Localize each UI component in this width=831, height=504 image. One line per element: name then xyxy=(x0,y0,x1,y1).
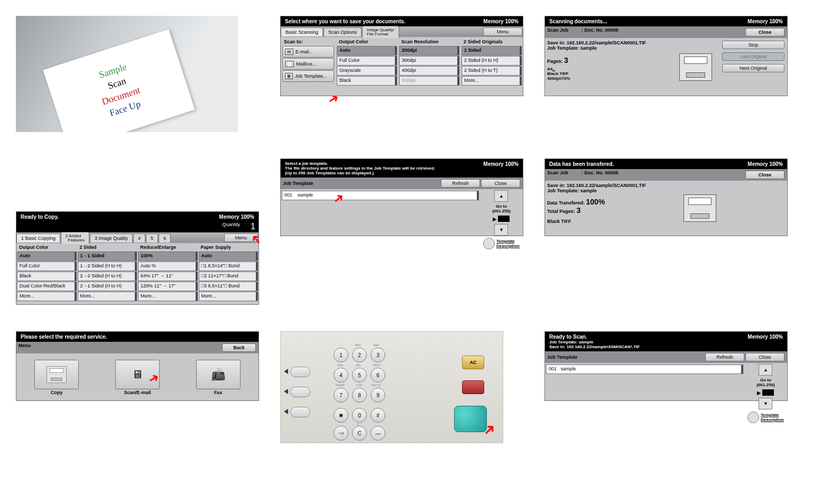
tab-basic-scanning[interactable]: Basic Scanning xyxy=(281,27,323,36)
output-color-auto[interactable]: Auto xyxy=(337,46,397,55)
keypad-6[interactable]: 6 xyxy=(371,368,385,382)
zoom-64[interactable]: 64% 17" → 11" xyxy=(138,272,198,281)
next-original-button[interactable]: Next Original xyxy=(722,64,784,72)
ac-button[interactable]: AC xyxy=(462,356,484,369)
sided-more[interactable]: More... xyxy=(78,292,137,301)
tab-5[interactable]: 5 xyxy=(146,234,158,242)
paper-2[interactable]: □2 11×17"□ Bond xyxy=(199,272,258,281)
keypad-4[interactable]: 4 xyxy=(334,368,348,382)
close-button[interactable]: Close xyxy=(745,353,784,361)
sided-2hh[interactable]: 2 Sided (H to H) xyxy=(461,56,522,66)
keypad-3[interactable]: 3 xyxy=(371,348,385,362)
template-desc-button[interactable] xyxy=(483,238,495,249)
tab-basic-copying[interactable]: 1 Basic Copying xyxy=(16,234,60,242)
left-button-2[interactable] xyxy=(290,387,310,397)
close-button[interactable]: Close xyxy=(745,28,784,36)
sided-2ht[interactable]: 2 Sided (H to T) xyxy=(461,66,522,76)
scroll-down-button[interactable]: ▼ xyxy=(494,224,508,236)
goto-range: (001-250) xyxy=(756,382,775,387)
fax-service-button[interactable]: 📠 xyxy=(196,360,241,389)
back-button[interactable]: Back xyxy=(222,343,256,352)
mailbox-icon: 📄 xyxy=(285,61,294,67)
fax-icon: 📠 xyxy=(211,368,225,381)
keypad-c[interactable]: C xyxy=(352,426,367,441)
keypad-pause[interactable]: 〰// xyxy=(334,426,348,441)
tab-6[interactable]: 6 xyxy=(159,234,171,242)
keypad-5[interactable]: 5 xyxy=(352,368,367,382)
tab-scan-options[interactable]: Scan Options xyxy=(324,27,362,36)
memory-status: Memory 100% xyxy=(483,18,519,24)
copy-service-button[interactable] xyxy=(34,360,79,389)
output-color-full[interactable]: Full Color xyxy=(337,56,397,66)
keypad-1[interactable]: 1 xyxy=(334,348,348,362)
scan-meta: A4␣ Black TIFF 400dpi/70% xyxy=(547,67,670,81)
zoom-129[interactable]: 129% 11" → 17" xyxy=(138,282,198,291)
scroll-up-button[interactable]: ▲ xyxy=(759,364,772,376)
color-dual[interactable]: Dual Color-Red/Black xyxy=(17,282,77,291)
job-template-label: Job Template: sample xyxy=(547,45,670,51)
sided-12[interactable]: 1→2 Sided (H to H) xyxy=(78,262,137,271)
tab-image-quality[interactable]: 3 Image Quality xyxy=(90,234,133,242)
keypad-8[interactable]: 8 xyxy=(352,388,367,403)
zoom-100[interactable]: 100% xyxy=(138,251,198,261)
quantity-value: 1 xyxy=(251,222,255,231)
sided-21[interactable]: 2→1 Sided (H to H) xyxy=(78,282,137,291)
goto-label: Go to xyxy=(756,378,775,382)
close-button[interactable]: Close xyxy=(745,171,784,179)
res-300[interactable]: 300dpi xyxy=(399,56,459,66)
keypad-7[interactable]: 7 xyxy=(334,388,348,403)
data-value: 100% xyxy=(586,198,605,206)
paper-1[interactable]: □1 8.5×14"□ Bond xyxy=(199,262,258,271)
keypad-hash[interactable]: # xyxy=(371,408,385,423)
menu-button[interactable]: Menu xyxy=(483,27,522,36)
job-template-button[interactable]: 🖥 Job Template... xyxy=(282,70,334,82)
mailbox-button[interactable]: 📄 Mailbox... xyxy=(282,58,334,70)
email-button[interactable]: ✉ E-mail... xyxy=(282,46,334,58)
output-color-black[interactable]: Black xyxy=(337,76,397,86)
template-row-001[interactable]: 001 sample xyxy=(282,191,479,200)
sided-1[interactable]: 1 Sided xyxy=(461,46,522,55)
scanner-photo: Sample Scan Document Face Up xyxy=(16,16,238,132)
zoom-more[interactable]: More... xyxy=(138,292,198,301)
scroll-up-button[interactable]: ▲ xyxy=(494,190,508,202)
sided-more[interactable]: More... xyxy=(461,76,522,86)
res-200[interactable]: 200dpi xyxy=(399,46,459,55)
color-more[interactable]: More... xyxy=(17,292,77,301)
stop-button[interactable]: Stop xyxy=(722,41,784,49)
keypad-2[interactable]: 2 xyxy=(352,348,367,362)
left-button-1[interactable] xyxy=(290,367,310,377)
scan-to-label: Scan to: xyxy=(282,38,335,45)
scan-res-header: Scan Resolution xyxy=(399,38,459,45)
color-auto[interactable]: Auto xyxy=(17,251,77,261)
paper-more[interactable]: More... xyxy=(199,292,258,301)
template-desc-button[interactable] xyxy=(747,412,759,423)
left-button-3[interactable] xyxy=(290,407,310,417)
paper-3[interactable]: □3 8.5×11"□ Bond xyxy=(199,282,258,291)
template-row-001[interactable]: 001 sample xyxy=(546,365,743,374)
keypad-9[interactable]: 9 xyxy=(371,388,385,403)
keypad-dash[interactable]: — xyxy=(371,426,385,441)
color-full[interactable]: Full Color xyxy=(17,262,77,271)
copy-label: Copy xyxy=(34,390,79,395)
tab-image-quality[interactable]: Image Quality/ File Format xyxy=(362,26,399,38)
zoom-auto[interactable]: Auto % xyxy=(138,262,198,271)
sided-11[interactable]: 1→1 Sided xyxy=(78,251,137,261)
res-600[interactable]: 600dpi xyxy=(399,76,459,86)
printer-icon xyxy=(684,194,716,222)
output-color-gray[interactable]: Grayscale xyxy=(337,66,397,76)
close-button[interactable]: Close xyxy=(481,179,520,188)
select-template-title: Select a job template. The file director… xyxy=(285,161,435,175)
tab-added-features[interactable]: 2 Added Features xyxy=(61,232,89,244)
sided-22[interactable]: 2→2 Sided (H to H) xyxy=(78,272,137,281)
res-400[interactable]: 400dpi xyxy=(399,66,459,76)
refresh-button[interactable]: Refresh xyxy=(441,179,480,188)
stop-hard-button[interactable] xyxy=(462,380,484,394)
refresh-button[interactable]: Refresh xyxy=(705,353,744,361)
last-original-button[interactable]: Last Original xyxy=(722,52,784,61)
scroll-down-button[interactable]: ▼ xyxy=(759,398,772,409)
keypad-star[interactable]: ✱ xyxy=(334,408,348,423)
color-black[interactable]: Black xyxy=(17,272,77,281)
keypad-0[interactable]: 0 xyxy=(352,408,367,423)
tab-4[interactable]: 4 xyxy=(133,234,145,242)
paper-auto[interactable]: Auto xyxy=(199,251,258,261)
